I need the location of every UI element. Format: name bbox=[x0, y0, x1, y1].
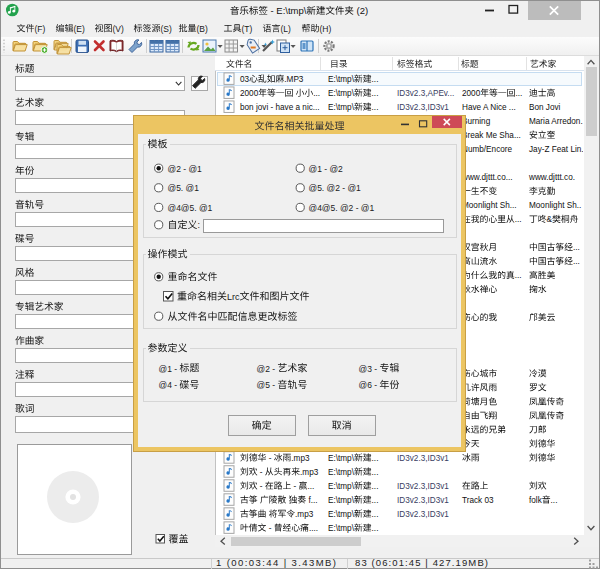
svg-text:@4 -: @4 - bbox=[159, 380, 180, 390]
svg-text:@4@5. @2 - @1: @4@5. @2 - @1 bbox=[309, 203, 375, 213]
svg-text:Lrc: Lrc bbox=[227, 292, 240, 302]
svg-text:@5. @1: @5. @1 bbox=[168, 183, 200, 193]
svg-text:@4@5. @1: @4@5. @1 bbox=[168, 203, 213, 213]
svg-text:@5 -: @5 - bbox=[257, 380, 278, 390]
svg-text:@3 -: @3 - bbox=[359, 364, 380, 374]
svg-text:@1 - @2: @1 - @2 bbox=[309, 164, 344, 174]
svg-text:@5. @2 - @1: @5. @2 - @1 bbox=[309, 183, 362, 193]
svg-text:@2 - @1: @2 - @1 bbox=[168, 164, 203, 174]
svg-text:@6 -: @6 - bbox=[359, 380, 380, 390]
svg-text::: : bbox=[198, 220, 201, 230]
svg-text:@2 -: @2 - bbox=[257, 364, 278, 374]
svg-text:@1 -: @1 - bbox=[159, 364, 180, 374]
